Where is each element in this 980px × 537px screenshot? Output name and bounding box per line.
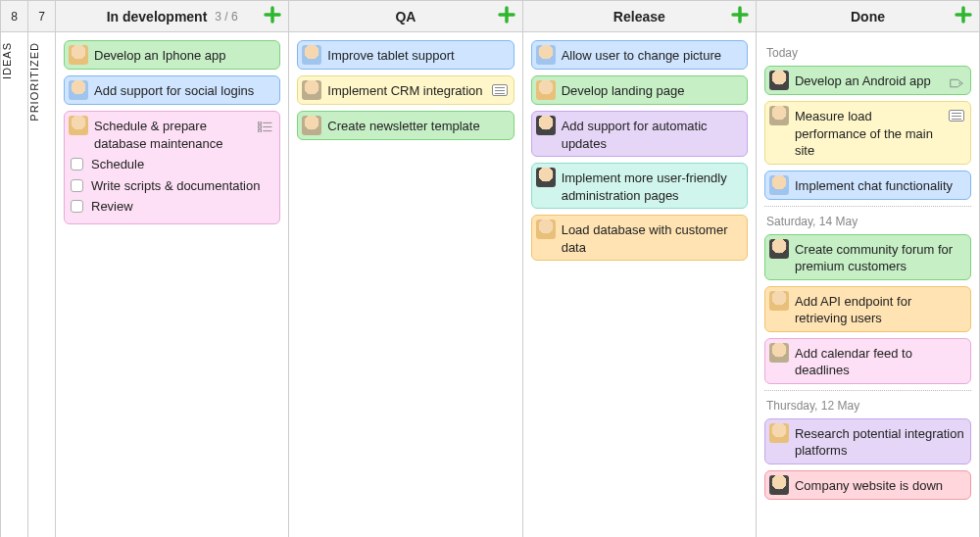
svg-rect-4 bbox=[259, 125, 262, 128]
task-card[interactable]: Allow user to change picture bbox=[531, 40, 748, 70]
subtask-label: Review bbox=[91, 198, 133, 216]
lane-done-header: Done bbox=[757, 1, 979, 32]
lane-in-development-body: Develop an Iphone appAdd support for soc… bbox=[56, 32, 288, 537]
assignee-avatar bbox=[769, 71, 789, 90]
task-title: Research potential integration platforms bbox=[795, 423, 964, 460]
task-card[interactable]: Research potential integration platforms bbox=[764, 418, 971, 464]
task-title: Allow user to change picture bbox=[562, 45, 741, 65]
lane-done-title: Done bbox=[851, 9, 885, 24]
plus-icon bbox=[954, 5, 973, 24]
task-card[interactable]: Add calendar feed to deadlines bbox=[764, 338, 971, 384]
task-card[interactable]: Add support for social logins bbox=[64, 75, 280, 105]
task-card[interactable]: Load database with customer data bbox=[531, 215, 748, 261]
group-divider bbox=[764, 206, 971, 207]
lane-qa-header: QA bbox=[289, 1, 521, 32]
assignee-avatar bbox=[302, 80, 321, 100]
task-card[interactable]: Schedule & prepare database maintenanceS… bbox=[64, 111, 280, 224]
task-card[interactable]: Implement chat functionality bbox=[764, 171, 971, 200]
subtask-checkbox[interactable] bbox=[71, 179, 83, 192]
task-title: Add support for social logins bbox=[94, 80, 273, 100]
task-title: Implement more user-friendly administrat… bbox=[562, 168, 741, 204]
lane-ideas-collapsed[interactable]: 8 IDEAS bbox=[1, 1, 28, 537]
done-group-date: Saturday, 14 May bbox=[766, 215, 969, 228]
lane-qa-title: QA bbox=[395, 9, 416, 24]
subtask-checkbox[interactable] bbox=[71, 158, 83, 171]
subtask-item[interactable]: Review bbox=[71, 198, 273, 216]
assignee-avatar bbox=[769, 423, 789, 443]
svg-point-14 bbox=[958, 82, 960, 84]
assignee-avatar bbox=[302, 116, 321, 135]
svg-rect-2 bbox=[259, 122, 262, 124]
assignee-avatar bbox=[536, 220, 556, 239]
tag-icon bbox=[949, 75, 964, 85]
subtask-checkbox[interactable] bbox=[71, 200, 83, 213]
task-title: Schedule & prepare database maintenance bbox=[94, 116, 254, 152]
task-title: Company website is down bbox=[795, 475, 964, 495]
task-card[interactable]: Create newsletter template bbox=[297, 111, 514, 140]
subtask-item[interactable]: Write scripts & documentation bbox=[71, 177, 273, 195]
task-title: Add support for automatic updates bbox=[562, 116, 741, 152]
checklist-icon bbox=[258, 120, 273, 137]
task-title: Implement CRM integration bbox=[327, 80, 487, 100]
group-divider bbox=[764, 390, 971, 391]
task-card[interactable]: Add support for automatic updates bbox=[531, 111, 748, 157]
task-card[interactable]: Improve tablet support bbox=[297, 40, 514, 70]
add-card-button[interactable] bbox=[730, 5, 750, 24]
task-title: Develop an Android app bbox=[795, 71, 945, 90]
note-icon bbox=[949, 110, 964, 122]
task-title: Measure load performance of the main sit… bbox=[795, 106, 945, 160]
lane-prioritized-count-value: 7 bbox=[38, 10, 45, 24]
subtask-item[interactable]: Schedule bbox=[71, 156, 273, 173]
task-card[interactable]: Develop an Android app bbox=[764, 66, 971, 95]
lane-qa: QA Improve tablet supportImplement CRM i… bbox=[289, 1, 522, 537]
done-group-date: Today bbox=[766, 46, 969, 60]
task-title: Develop landing page bbox=[562, 80, 741, 100]
task-title: Create newsletter template bbox=[327, 116, 507, 135]
lane-release: Release Allow user to change pictureDeve… bbox=[523, 1, 757, 537]
assignee-avatar bbox=[769, 106, 789, 125]
lane-prioritized-count: 7 bbox=[28, 1, 55, 32]
lane-done-body: TodayDevelop an Android appMeasure load … bbox=[757, 32, 979, 537]
subtask-label: Schedule bbox=[91, 156, 144, 173]
assignee-avatar bbox=[536, 45, 556, 65]
task-card[interactable]: Implement CRM integration bbox=[297, 75, 514, 105]
assignee-avatar bbox=[69, 45, 88, 65]
task-card[interactable]: Measure load performance of the main sit… bbox=[764, 101, 971, 165]
lane-in-development-wip: 3 / 6 bbox=[215, 10, 237, 24]
task-card[interactable]: Add API endpoint for retrieving users bbox=[764, 286, 971, 332]
lane-prioritized-label: PRIORITIZED bbox=[28, 42, 55, 122]
assignee-avatar bbox=[69, 116, 88, 135]
assignee-avatar bbox=[769, 343, 789, 363]
assignee-avatar bbox=[769, 175, 789, 195]
add-card-button[interactable] bbox=[497, 5, 516, 24]
assignee-avatar bbox=[769, 475, 789, 495]
task-title: Add calendar feed to deadlines bbox=[795, 343, 964, 379]
checklist-icon bbox=[258, 122, 273, 132]
task-card[interactable]: Develop landing page bbox=[531, 75, 748, 105]
lane-ideas-label: IDEAS bbox=[1, 42, 27, 79]
assignee-avatar bbox=[536, 116, 556, 135]
lane-done: Done TodayDevelop an Android appMeasure … bbox=[757, 1, 980, 537]
kanban-board: 8 IDEAS 7 PRIORITIZED In development 3 /… bbox=[0, 0, 980, 537]
task-card[interactable]: Develop an Iphone app bbox=[64, 40, 280, 70]
add-card-button[interactable] bbox=[954, 5, 973, 24]
task-card[interactable]: Company website is down bbox=[764, 470, 971, 500]
assignee-avatar bbox=[536, 168, 556, 187]
lane-ideas-count: 8 bbox=[1, 1, 27, 32]
lane-in-development: In development 3 / 6 Develop an Iphone a… bbox=[56, 1, 289, 537]
plus-icon bbox=[497, 5, 516, 24]
assignee-avatar bbox=[769, 291, 789, 311]
tag-icon bbox=[949, 78, 964, 88]
lane-prioritized-collapsed[interactable]: 7 PRIORITIZED bbox=[28, 1, 56, 537]
plus-icon bbox=[263, 5, 282, 24]
task-card[interactable]: Implement more user-friendly administrat… bbox=[531, 163, 748, 209]
lane-ideas-count-value: 8 bbox=[11, 10, 18, 24]
plus-icon bbox=[730, 5, 750, 24]
assignee-avatar bbox=[69, 80, 88, 100]
task-title: Add API endpoint for retrieving users bbox=[795, 291, 964, 327]
lane-release-title: Release bbox=[613, 9, 665, 24]
task-title: Create community forum for premium custo… bbox=[795, 239, 964, 275]
add-card-button[interactable] bbox=[263, 5, 282, 24]
lane-in-development-header: In development 3 / 6 bbox=[56, 1, 288, 32]
task-card[interactable]: Create community forum for premium custo… bbox=[764, 234, 971, 280]
